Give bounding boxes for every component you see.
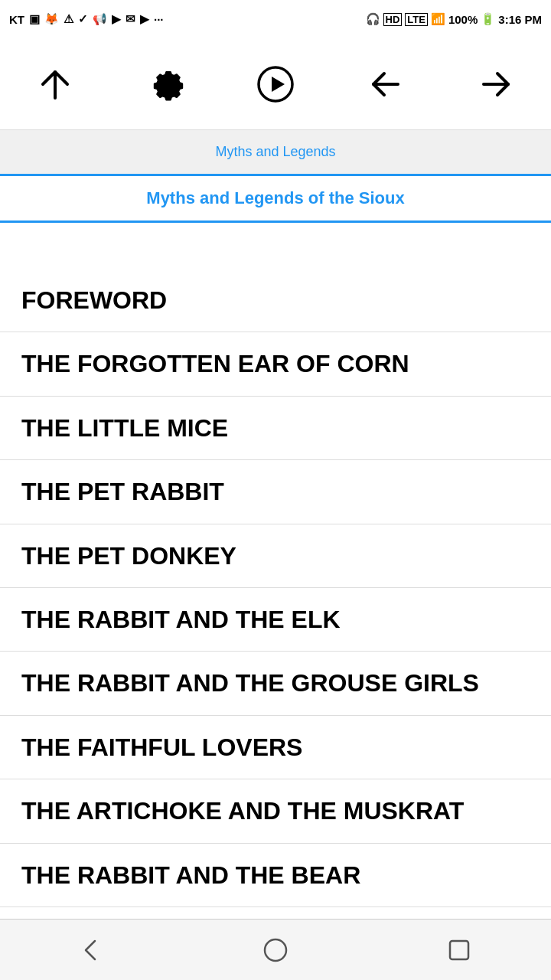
spacer [0,223,551,269]
lte-badge: LTE [405,13,428,26]
signal-bars: 📶 [431,12,445,26]
toc-list: FOREWORDTHE FORGOTTEN EAR OF CORNTHE LIT… [0,269,551,976]
nav-back-button[interactable] [55,929,129,972]
svg-point-5 [265,939,286,961]
toc-item[interactable]: FOREWORD [0,269,551,332]
status-left: KT ▣ 🦊 ⚠ ✓ 📢 ▶ ✉ ▶ ··· [9,12,164,26]
up-button[interactable] [28,57,83,112]
more-icon: ··· [154,13,164,26]
book-title: Myths and Legends of the Sioux [146,188,404,207]
settings-button[interactable] [138,57,193,112]
book-title-bar: Myths and Legends of the Sioux [0,174,551,223]
toc-item[interactable]: THE PET RABBIT [0,460,551,524]
toc-item[interactable]: THE FORGOTTEN EAR OF CORN [0,332,551,396]
toc-item[interactable]: THE FAITHFUL LOVERS [0,716,551,779]
time-display: 3:16 PM [498,13,542,26]
headphone-icon: 🎧 [366,12,380,26]
bottom-nav [0,919,551,980]
back-button[interactable] [358,57,413,112]
hd-badge: HD [383,13,403,26]
svg-rect-6 [450,941,468,959]
svg-marker-2 [272,77,285,92]
battery-pct: 100% [448,13,478,26]
play-button[interactable] [248,57,303,112]
status-right: 🎧 HD LTE 📶 100% 🔋 3:16 PM [366,12,542,26]
firefox-icon: 🦊 [44,12,59,26]
speaker-icon: 📢 [93,12,107,26]
sim-icon: ▣ [29,12,40,26]
battery-icon: 🔋 [481,12,495,26]
toc-item[interactable]: THE RABBIT AND THE GROUSE GIRLS [0,652,551,715]
mail-icon: ✉ [126,12,135,26]
nav-home-button[interactable] [239,929,312,972]
main-toolbar [0,38,551,130]
activity-icon: ▶ [140,12,149,26]
toc-item[interactable]: THE ARTICHOKE AND THE MUSKRAT [0,779,551,843]
toc-item[interactable]: THE RABBIT AND THE BEAR [0,844,551,907]
forward-button[interactable] [468,57,523,112]
nav-recents-button[interactable] [422,929,496,972]
play-notif-icon: ▶ [112,12,121,26]
warning-icon: ⚠ [64,12,73,26]
toc-item[interactable]: THE PET DONKEY [0,524,551,588]
header-area: Myths and Legends Myths and Legends of t… [0,130,551,223]
breadcrumb[interactable]: Myths and Legends [0,144,551,174]
status-bar: KT ▣ 🦊 ⚠ ✓ 📢 ▶ ✉ ▶ ··· 🎧 HD LTE 📶 100% 🔋… [0,0,551,38]
carrier-text: KT [9,13,24,26]
toc-item[interactable]: THE RABBIT AND THE ELK [0,588,551,652]
check-icon: ✓ [78,12,88,26]
toc-item[interactable]: THE LITTLE MICE [0,397,551,460]
